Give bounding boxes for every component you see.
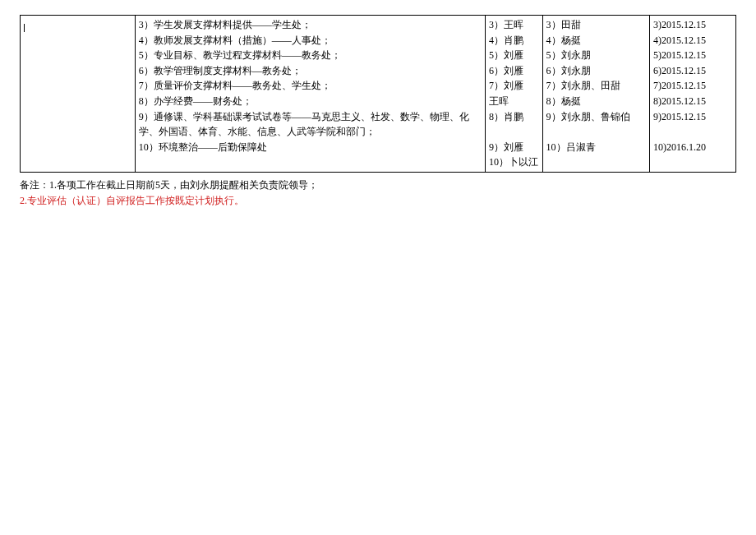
person-b <box>546 155 647 170</box>
cell-dates: 3)2015.12.15 4)2015.12.15 5)2015.12.15 6… <box>650 16 735 172</box>
person-b: 4）杨挺 <box>546 33 647 48</box>
person-a: 9）刘雁 <box>489 140 539 155</box>
date-cell <box>653 124 732 140</box>
date-cell: 9)2015.12.15 <box>653 109 732 125</box>
person-b: 8）杨挺 <box>546 94 647 109</box>
task-item: 8）办学经费――财务处； <box>139 94 482 109</box>
note-line-2: 2.专业评估（认证）自评报告工作按既定计划执行。 <box>20 193 736 209</box>
date-cell: 7)2015.12.15 <box>653 78 732 94</box>
person-a: 6）刘雁 <box>489 63 539 79</box>
date-cell: 4)2015.12.15 <box>653 33 732 48</box>
task-item: 9）通修课、学科基础课考试试卷等――马克思主义、社发、数学、物理、化学、外国语、… <box>139 109 482 140</box>
cell-people-b: 3）田甜 4）杨挺 5）刘永朋 6）刘永朋 7）刘永朋、田甜 8）杨挺 9）刘永… <box>542 16 650 172</box>
task-item: 7）质量评价支撑材料――教务处、学生处； <box>139 78 482 94</box>
footer-notes: 备注：1.各项工作在截止日期前5天，由刘永朋提醒相关负责院领导； 2.专业评估（… <box>20 178 736 209</box>
work-allocation-table: 3）学生发展支撑材料提供――学生处； 4）教师发展支撑材料（措施）――人事处； … <box>20 15 736 173</box>
person-a: 10）卜以江 <box>489 155 539 170</box>
person-b <box>546 124 647 140</box>
cell-tasks: 3）学生发展支撑材料提供――学生处； 4）教师发展支撑材料（措施）――人事处； … <box>135 16 485 172</box>
cell-people-a: 3）王晖 4）肖鹏 5）刘雁 6）刘雁 7）刘雁 王晖 8）肖鹏 9）刘雁 10… <box>485 16 542 172</box>
date-cell: 5)2015.12.15 <box>653 48 732 63</box>
person-a: 王晖 <box>489 94 539 109</box>
date-cell <box>653 155 732 170</box>
person-a <box>489 124 539 140</box>
task-item: 3）学生发展支撑材料提供――学生处； <box>139 17 482 33</box>
task-item: 10）环境整治――后勤保障处 <box>139 140 482 155</box>
person-b: 9）刘永朋、鲁锦伯 <box>546 109 647 125</box>
person-a: 7）刘雁 <box>489 78 539 94</box>
table-row: 3）学生发展支撑材料提供――学生处； 4）教师发展支撑材料（措施）――人事处； … <box>21 16 735 172</box>
person-b: 7）刘永朋、田甜 <box>546 78 647 94</box>
task-item: 6）教学管理制度支撑材料―教务处； <box>139 63 482 79</box>
person-a: 8）肖鹏 <box>489 109 539 125</box>
person-a: 4）肖鹏 <box>489 33 539 48</box>
date-cell: 8)2015.12.15 <box>653 94 732 109</box>
divider <box>24 24 25 32</box>
note-line-1: 备注：1.各项工作在截止日期前5天，由刘永朋提醒相关负责院领导； <box>20 178 736 193</box>
date-cell: 10)2016.1.20 <box>653 140 732 155</box>
person-b: 5）刘永朋 <box>546 48 647 63</box>
date-cell: 6)2015.12.15 <box>653 63 732 79</box>
person-a: 3）王晖 <box>489 17 539 33</box>
person-b: 6）刘永朋 <box>546 63 647 79</box>
task-item: 4）教师发展支撑材料（措施）――人事处； <box>139 33 482 48</box>
table: 3）学生发展支撑材料提供――学生处； 4）教师发展支撑材料（措施）――人事处； … <box>21 16 735 172</box>
date-cell: 3)2015.12.15 <box>653 17 732 33</box>
person-b: 10）吕淑青 <box>546 140 647 155</box>
person-a: 5）刘雁 <box>489 48 539 63</box>
person-b: 3）田甜 <box>546 17 647 33</box>
cell-blank <box>21 16 135 172</box>
task-item: 5）专业目标、教学过程支撑材料――教务处； <box>139 48 482 63</box>
